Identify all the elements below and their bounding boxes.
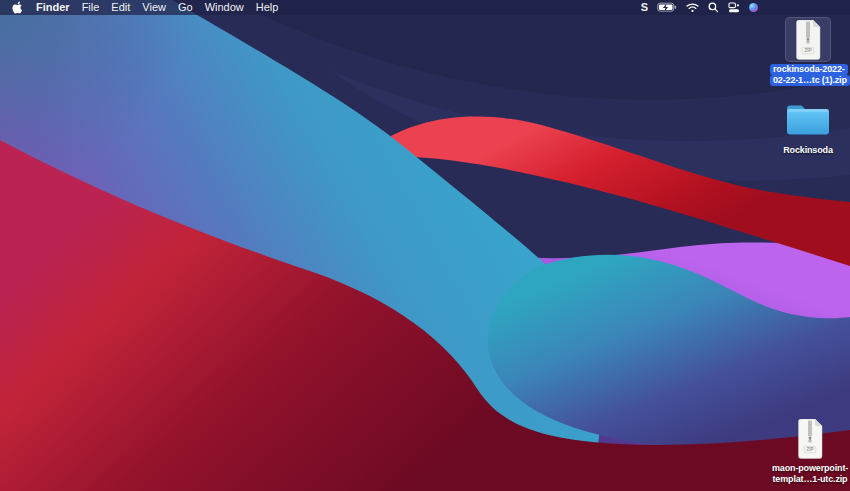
wifi-icon[interactable] [686,0,699,15]
menu-bar: Finder File Edit View Go Window Help S [0,0,850,15]
icon-label-rockinsoda-zip[interactable]: rockinsoda-2022- 02-22-1…tc (1).zip [770,64,846,86]
battery-charging-icon[interactable] [657,0,677,15]
desktop-icon-rockinsoda-folder[interactable]: Rockinsoda [770,96,846,156]
desktop-wallpaper [0,0,850,491]
siri-orb [749,3,758,12]
folder-icon [785,101,831,137]
zip-file-icon: ZIP [794,20,822,60]
zip-file-icon: ZIP [796,419,824,459]
menu-help[interactable]: Help [255,0,280,15]
folder-icon-box [785,96,831,141]
apple-menu[interactable] [9,0,25,15]
menu-edit[interactable]: Edit [110,0,131,15]
menu-go[interactable]: Go [177,0,194,15]
zip-icon-box: ZIP [787,416,833,461]
menu-window[interactable]: Window [204,0,245,15]
menu-file[interactable]: File [81,0,101,15]
desktop-icon-maon-zip[interactable]: ZIP maon-powerpoint- templat…1-utc.zip [772,416,848,485]
menu-view[interactable]: View [141,0,167,15]
selected-icon-plate: ZIP [785,17,831,62]
spotlight-search-icon[interactable] [708,0,719,15]
apple-logo-icon [11,1,23,15]
s-app-icon[interactable]: S [641,0,648,15]
icon-label-rockinsoda-folder[interactable]: Rockinsoda [770,145,846,156]
control-center-icon[interactable] [728,0,740,15]
svg-text:ZIP: ZIP [806,447,813,452]
menu-finder[interactable]: Finder [35,0,71,15]
svg-text:ZIP: ZIP [804,48,811,53]
desktop-icon-rockinsoda-zip[interactable]: ZIP rockinsoda-2022- 02-22-1…tc (1).zip [770,17,846,86]
siri-icon[interactable] [749,0,758,15]
icon-label-maon-zip[interactable]: maon-powerpoint- templat…1-utc.zip [772,463,848,485]
macos-desktop: Finder File Edit View Go Window Help S [0,0,850,491]
